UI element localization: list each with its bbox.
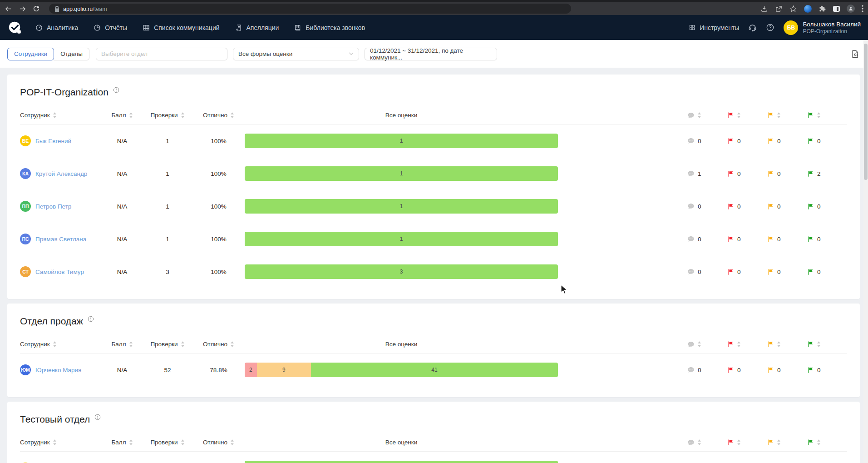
score-value: N/A xyxy=(102,367,143,373)
menu-item-tools[interactable]: Инструменты xyxy=(689,24,739,31)
scrollbar-thumb[interactable] xyxy=(864,44,868,180)
sort-icon[interactable] xyxy=(697,112,701,118)
bar-segment-green[interactable]: 1 xyxy=(245,199,558,214)
sort-icon[interactable] xyxy=(817,439,821,445)
browser-back-icon[interactable] xyxy=(5,5,12,13)
sort-icon[interactable] xyxy=(230,112,234,118)
sort-icon[interactable] xyxy=(230,341,234,347)
sort-icon[interactable] xyxy=(53,439,57,445)
green-flag-icon xyxy=(807,269,814,275)
score-value: N/A xyxy=(102,138,143,144)
sort-icon[interactable] xyxy=(737,341,741,347)
employee-name[interactable]: Бык Евгений xyxy=(35,138,71,144)
checks-value: 3 xyxy=(143,269,192,275)
sort-icon[interactable] xyxy=(129,341,133,347)
user-menu[interactable]: БВ Большаков Василий POP-Organization xyxy=(784,20,861,35)
count-red: 0 xyxy=(737,170,741,177)
date-range-picker[interactable]: 01/12/2021 ~ 31/12/2021, по дате коммуни… xyxy=(365,48,497,60)
page-scrollbar[interactable] xyxy=(863,40,868,463)
checks-value: 1 xyxy=(143,138,192,144)
side-panel-icon[interactable] xyxy=(833,6,840,12)
sort-icon[interactable] xyxy=(129,112,133,118)
bar-segment-green[interactable]: 3 xyxy=(245,264,558,279)
help-icon[interactable] xyxy=(766,23,774,32)
comment-icon xyxy=(687,112,695,119)
sort-icon[interactable] xyxy=(777,112,781,118)
score-value: N/A xyxy=(102,236,143,243)
browser-reload-icon[interactable] xyxy=(33,5,40,12)
bar-segment-green[interactable]: 1 xyxy=(245,232,558,246)
browser-profile-icon[interactable] xyxy=(847,5,855,13)
bookmark-star-icon[interactable] xyxy=(789,5,797,13)
red-flag-icon xyxy=(727,236,734,243)
sort-icon[interactable] xyxy=(777,341,781,347)
sort-icon[interactable] xyxy=(181,439,185,445)
sort-icon[interactable] xyxy=(53,341,57,347)
employee-name[interactable]: Петров Петр xyxy=(35,203,71,210)
excellent-value: 100% xyxy=(192,269,245,275)
menu-item-analytics[interactable]: Аналитика xyxy=(35,24,78,31)
employee-name[interactable]: Юрченко Мария xyxy=(35,367,81,373)
bar-segment-green[interactable]: 1 xyxy=(245,166,558,181)
share-icon[interactable] xyxy=(775,5,783,13)
sort-icon[interactable] xyxy=(129,439,133,445)
sort-icon[interactable] xyxy=(817,341,821,347)
green-flag-icon xyxy=(807,170,814,177)
menu-label: Апелляции xyxy=(247,24,279,31)
browser-menu-icon[interactable] xyxy=(862,5,863,12)
main-menu: Аналитика Отчёты Список коммуникаций Апе… xyxy=(35,24,365,31)
table-row: СТ Самойлов Тимур N/A 3 100% 3 0 0 0 0 xyxy=(20,255,847,288)
table-row: КА Крутой Александр N/A 1 100% 1 1 0 0 2 xyxy=(20,157,847,190)
employee-name[interactable]: Самойлов Тимур xyxy=(35,269,84,275)
menu-item-communications[interactable]: Список коммуникаций xyxy=(143,24,219,31)
bar-segment-green[interactable]: 1 xyxy=(245,461,558,463)
yellow-flag-icon xyxy=(767,138,774,144)
qolio-extension-icon[interactable] xyxy=(804,5,812,13)
info-icon[interactable] xyxy=(113,87,119,93)
department-card: POP-IT-Organization Сотрудник Балл Прове… xyxy=(7,75,860,299)
departments-tab-button[interactable]: Отделы xyxy=(54,48,89,60)
sort-icon[interactable] xyxy=(181,112,185,118)
sort-icon[interactable] xyxy=(737,112,741,118)
extensions-puzzle-icon[interactable] xyxy=(819,5,826,13)
count-yellow: 0 xyxy=(777,269,781,275)
employee-name[interactable]: Крутой Александр xyxy=(35,170,87,177)
download-icon[interactable] xyxy=(760,5,768,13)
sort-icon[interactable] xyxy=(697,439,701,445)
sort-icon[interactable] xyxy=(230,439,234,445)
bar-segment-red[interactable]: 2 xyxy=(245,363,257,377)
export-excel-button[interactable] xyxy=(851,50,860,59)
sort-icon[interactable] xyxy=(53,112,57,118)
sort-icon[interactable] xyxy=(181,341,185,347)
info-icon[interactable] xyxy=(88,316,94,322)
info-icon[interactable] xyxy=(94,414,101,420)
menu-item-call-library[interactable]: Библиотека звонков xyxy=(294,24,365,31)
bar-segment-green[interactable]: 1 xyxy=(245,134,558,148)
url-bar[interactable]: app.qolio.ru/team xyxy=(49,4,571,14)
yellow-flag-icon xyxy=(767,367,774,373)
evaluation-forms-select[interactable]: Все формы оценки xyxy=(233,48,359,60)
section-title: Отдел продаж xyxy=(20,314,83,328)
col-employee-label: Сотрудник xyxy=(20,341,50,348)
support-headset-icon[interactable] xyxy=(748,23,757,32)
count-comments: 1 xyxy=(698,170,701,177)
sort-icon[interactable] xyxy=(817,112,821,118)
menu-item-appeals[interactable]: Апелляции xyxy=(235,24,279,31)
bar-segment-green[interactable]: 41 xyxy=(311,363,558,377)
menu-item-reports[interactable]: Отчёты xyxy=(94,24,127,31)
count-yellow: 0 xyxy=(777,236,781,243)
count-comments: 0 xyxy=(698,203,701,210)
department-input[interactable] xyxy=(101,50,222,57)
bar-segment-yellow[interactable]: 9 xyxy=(257,363,311,377)
sort-icon[interactable] xyxy=(737,439,741,445)
employee-name[interactable]: Прямая Светлана xyxy=(35,236,86,243)
sort-icon[interactable] xyxy=(777,439,781,445)
chevron-down-icon xyxy=(349,52,354,55)
employees-tab-button[interactable]: Сотрудники xyxy=(7,48,54,60)
department-select[interactable] xyxy=(96,48,227,60)
sort-icon[interactable] xyxy=(697,341,701,347)
count-green: 0 xyxy=(817,138,821,144)
browser-forward-icon[interactable] xyxy=(19,5,26,13)
qolio-logo[interactable] xyxy=(7,20,23,35)
yellow-flag-icon xyxy=(767,170,774,177)
